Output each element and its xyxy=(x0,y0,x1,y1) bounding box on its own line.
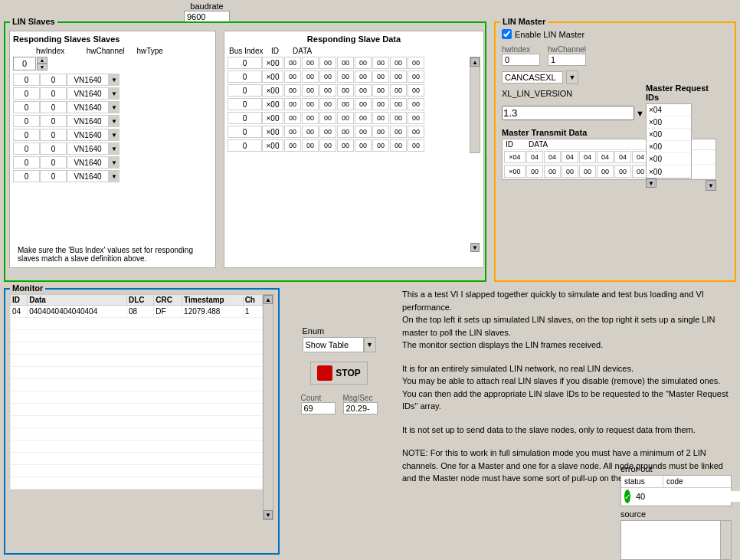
slave-hw-type-dropdown[interactable]: ▼ xyxy=(109,74,120,86)
stop-button[interactable]: STOP xyxy=(310,362,367,385)
slave-hw-channel[interactable] xyxy=(40,101,67,113)
data-cell-2[interactable] xyxy=(319,70,336,83)
data-cell-1[interactable] xyxy=(302,126,319,138)
data-cell-3[interactable] xyxy=(337,57,354,69)
slave-hw-type[interactable] xyxy=(67,101,109,113)
slave-hw-channel[interactable] xyxy=(40,156,67,169)
data-cell-1[interactable] xyxy=(302,84,319,97)
slave-hw-index[interactable] xyxy=(13,74,40,86)
data-cell-2[interactable] xyxy=(319,57,336,69)
data-cell-6[interactable] xyxy=(390,70,407,83)
scroll-up-arrow[interactable]: ▲ xyxy=(470,57,480,67)
ids-scroll-down[interactable]: ▼ xyxy=(646,178,657,188)
t-data-0-5[interactable] xyxy=(614,151,631,163)
data-cell-4[interactable] xyxy=(355,126,372,138)
bus-idx-input[interactable] xyxy=(228,98,262,110)
data-cell-3[interactable] xyxy=(337,84,354,97)
data-cell-2[interactable] xyxy=(319,112,336,124)
slave-hw-type-dropdown[interactable]: ▼ xyxy=(109,101,120,113)
slave-hw-index[interactable] xyxy=(13,156,40,169)
msg-sec-input[interactable] xyxy=(343,402,378,414)
bus-idx-input[interactable] xyxy=(228,70,262,83)
slave-hw-index[interactable] xyxy=(13,142,40,155)
spin-down[interactable]: ▼ xyxy=(37,64,47,70)
data-cell-5[interactable] xyxy=(372,98,389,110)
data-cell-4[interactable] xyxy=(355,70,372,83)
slave-hw-type[interactable] xyxy=(67,156,109,169)
error-code-input[interactable] xyxy=(634,491,740,502)
slave-hw-type-dropdown[interactable]: ▼ xyxy=(109,142,120,155)
data-cell-5[interactable] xyxy=(372,70,389,83)
t-data-0-4[interactable] xyxy=(597,151,614,163)
slave-hw-channel[interactable] xyxy=(40,142,67,155)
data-cell-4[interactable] xyxy=(355,98,372,110)
slave-hw-index[interactable] xyxy=(13,170,40,182)
data-cell-0[interactable] xyxy=(284,84,301,97)
data-cell-2[interactable] xyxy=(319,139,336,152)
data-cell-1[interactable] xyxy=(302,57,319,69)
id-input[interactable] xyxy=(262,84,283,97)
t-data-0-0[interactable] xyxy=(526,151,543,163)
data-cell-2[interactable] xyxy=(319,84,336,97)
transmit-id-0[interactable] xyxy=(504,151,526,163)
data-cell-0[interactable] xyxy=(284,57,301,69)
data-cell-0[interactable] xyxy=(284,139,301,152)
data-cell-4[interactable] xyxy=(355,57,372,69)
slave-hw-type[interactable] xyxy=(67,115,109,127)
request-id-2[interactable] xyxy=(647,129,691,141)
id-input[interactable] xyxy=(262,112,283,124)
request-id-0[interactable] xyxy=(647,104,691,116)
data-cell-1[interactable] xyxy=(302,112,319,124)
data-cell-3[interactable] xyxy=(337,70,354,83)
data-cell-5[interactable] xyxy=(372,126,389,138)
slave-hw-type[interactable] xyxy=(67,170,109,182)
id-input[interactable] xyxy=(262,139,283,152)
slave-hw-type[interactable] xyxy=(67,142,109,155)
t-data-0-2[interactable] xyxy=(562,151,578,163)
data-cell-3[interactable] xyxy=(337,126,354,138)
slave-hw-index[interactable] xyxy=(13,115,40,127)
slave-hw-type-dropdown[interactable]: ▼ xyxy=(109,170,120,182)
monitor-scrollbar[interactable]: ▲ ▼ xyxy=(263,294,273,520)
t-data-1-5[interactable] xyxy=(614,165,631,178)
slave-hw-type[interactable] xyxy=(67,129,109,141)
data-cell-6[interactable] xyxy=(390,139,407,152)
data-cell-7[interactable] xyxy=(408,126,424,138)
request-id-4[interactable] xyxy=(647,153,691,165)
data-cell-6[interactable] xyxy=(390,126,407,138)
scroll-down-arrow[interactable]: ▼ xyxy=(470,243,480,252)
cancasexl-dropdown[interactable]: ▼ xyxy=(566,70,578,84)
slave-count-input[interactable] xyxy=(13,57,36,70)
count-input[interactable] xyxy=(301,402,336,414)
id-input[interactable] xyxy=(262,70,283,83)
bus-idx-input[interactable] xyxy=(228,126,262,138)
data-cell-0[interactable] xyxy=(284,112,301,124)
hw-index-input[interactable] xyxy=(502,54,540,66)
data-cell-0[interactable] xyxy=(284,70,301,83)
enable-lin-checkbox[interactable] xyxy=(502,29,512,39)
data-cell-6[interactable] xyxy=(390,84,407,97)
data-cell-1[interactable] xyxy=(302,139,319,152)
data-cell-4[interactable] xyxy=(355,112,372,124)
request-id-3[interactable] xyxy=(647,141,691,153)
monitor-scroll-up[interactable]: ▲ xyxy=(264,295,273,304)
data-cell-3[interactable] xyxy=(337,112,354,124)
data-cell-4[interactable] xyxy=(355,84,372,97)
slave-hw-type[interactable] xyxy=(67,74,109,86)
data-cell-1[interactable] xyxy=(302,70,319,83)
data-cell-3[interactable] xyxy=(337,98,354,110)
request-id-1[interactable] xyxy=(647,116,691,129)
slave-hw-channel[interactable] xyxy=(40,170,67,182)
slave-hw-channel[interactable] xyxy=(40,129,67,141)
enum-dropdown[interactable]: ▼ xyxy=(364,337,376,352)
source-scrollbar[interactable] xyxy=(720,521,731,559)
slave-hw-channel[interactable] xyxy=(40,74,67,86)
data-cell-2[interactable] xyxy=(319,98,336,110)
t-data-0-3[interactable] xyxy=(579,151,596,163)
t-data-1-3[interactable] xyxy=(579,165,596,178)
slave-hw-channel[interactable] xyxy=(40,87,67,100)
slave-hw-type-dropdown[interactable]: ▼ xyxy=(109,115,120,127)
slave-hw-channel[interactable] xyxy=(40,115,67,127)
request-id-5[interactable] xyxy=(647,165,691,178)
slave-hw-type-dropdown[interactable]: ▼ xyxy=(109,87,120,100)
